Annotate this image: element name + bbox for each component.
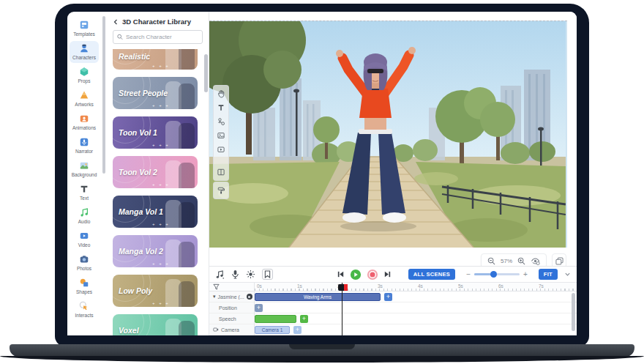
category-card-street-people[interactable]: Street People + + + xyxy=(113,77,198,109)
text-tool[interactable] xyxy=(217,103,225,112)
clip-row-position: + xyxy=(255,302,577,313)
sidebar-item-templates[interactable]: Templates xyxy=(70,18,99,40)
sidebar-item-interacts[interactable]: Interacts xyxy=(70,299,99,321)
filter-icon xyxy=(213,283,220,290)
ruler-tick: 6s xyxy=(498,283,503,289)
track-row-speech[interactable]: Speech xyxy=(209,313,254,324)
sidebar-item-label: Animations xyxy=(72,125,96,130)
pan-hand-tool[interactable] xyxy=(217,89,225,98)
bookmark-tool[interactable] xyxy=(262,269,273,280)
sidebar-item-text[interactable]: Text xyxy=(70,182,99,204)
sidebar-item-audio[interactable]: Audio xyxy=(70,205,99,227)
category-card-voxel[interactable]: Voxel + + + xyxy=(113,314,198,335)
record-voice-icon[interactable] xyxy=(231,270,239,279)
search-box[interactable] xyxy=(113,30,203,44)
scene-stage[interactable] xyxy=(209,21,567,248)
category-label: Street People xyxy=(119,89,168,97)
category-label: Realistic xyxy=(119,52,150,61)
camera-clip[interactable]: Camera 1 xyxy=(255,326,290,334)
sidebar-item-narrator[interactable]: Narrator xyxy=(70,135,99,157)
category-card-manga-vol-1[interactable]: Manga Vol 1 + + + xyxy=(113,196,198,228)
preview-eye-icon[interactable] xyxy=(531,257,540,265)
slider-minus[interactable]: − xyxy=(466,271,471,278)
add-camera-button[interactable]: + xyxy=(293,326,302,334)
collapse-track-icon[interactable]: ▾ xyxy=(213,294,216,300)
record-button[interactable] xyxy=(367,269,378,281)
timeline-scrollbar[interactable] xyxy=(572,293,575,331)
timeline-body: ▾ Jasmine (... Position Speech xyxy=(209,283,577,335)
play-button[interactable] xyxy=(350,269,362,281)
skip-start-icon[interactable] xyxy=(337,270,345,278)
laptop-base-shadow xyxy=(0,356,644,363)
add-speech-button[interactable]: + xyxy=(300,315,308,323)
character-pose-tool[interactable] xyxy=(217,117,225,126)
sidebar-item-label: Props xyxy=(78,78,91,83)
add-music-icon[interactable] xyxy=(215,270,225,279)
bookmark-icon xyxy=(264,270,271,278)
sidebar-item-label: Templates xyxy=(73,31,95,37)
sidebar-item-label: Interacts xyxy=(75,313,94,318)
category-card-realistic[interactable]: Realistic + + + xyxy=(113,49,198,70)
all-scenes-button[interactable]: ALL SCENES xyxy=(408,269,455,280)
sidebar-item-animations[interactable]: Animations xyxy=(70,111,99,133)
sidebar-item-label: Artworks xyxy=(75,102,93,107)
playhead-handle[interactable] xyxy=(338,284,344,291)
artworks-icon xyxy=(79,90,89,100)
sidebar-item-artworks[interactable]: Artworks xyxy=(70,88,99,110)
slider-track[interactable] xyxy=(474,273,520,275)
zoom-in-icon[interactable] xyxy=(517,257,525,265)
slider-handle[interactable] xyxy=(490,271,497,278)
camera-track-icon xyxy=(213,327,219,333)
zoom-out-icon[interactable] xyxy=(487,257,495,265)
track-name: Jasmine (... xyxy=(218,294,244,300)
category-card-low-poly[interactable]: Low Poly + + + xyxy=(113,275,198,307)
track-row-camera[interactable]: Camera xyxy=(209,324,254,335)
transport-controls xyxy=(337,269,392,281)
speech-clip[interactable] xyxy=(255,315,296,323)
category-label: Toon Vol 1 xyxy=(119,128,157,137)
sidebar-item-background[interactable]: Background xyxy=(70,158,99,180)
image-tool[interactable] xyxy=(217,131,225,140)
sidebar-item-video[interactable]: Video xyxy=(70,229,99,250)
slider-plus[interactable]: + xyxy=(523,271,528,278)
clip-row-speech: + xyxy=(255,313,577,324)
add-animation-button[interactable]: + xyxy=(384,293,392,301)
track-name: Position xyxy=(209,305,237,311)
search-input[interactable] xyxy=(126,34,198,40)
track-name: Speech xyxy=(209,316,236,322)
collapse-timeline-icon[interactable] xyxy=(564,271,571,278)
track-filter[interactable] xyxy=(209,283,254,291)
card-figure xyxy=(179,202,195,228)
sidebar-item-props[interactable]: Props xyxy=(70,64,99,86)
sparkle-decor: + + + xyxy=(152,302,170,305)
category-card-toon-vol-2[interactable]: Toon Vol 2 + + + xyxy=(113,156,198,188)
card-figure xyxy=(179,83,195,109)
category-card-manga-vol-2[interactable]: Manga Vol 2 + + + xyxy=(113,235,198,267)
sidebar-item-label: Audio xyxy=(78,219,91,224)
back-icon[interactable] xyxy=(113,19,119,25)
video-tool[interactable] xyxy=(217,145,225,154)
sidebar-item-photos[interactable]: Photos xyxy=(70,252,99,274)
split-layout-tool[interactable] xyxy=(217,168,225,177)
add-position-keyframe-button[interactable]: + xyxy=(255,304,263,312)
track-camera-icon[interactable] xyxy=(247,294,252,300)
sparkle-decor: + + + xyxy=(152,104,170,108)
fit-button[interactable]: FIT xyxy=(539,269,558,280)
interacts-icon xyxy=(79,301,89,311)
track-content: 0s 1s 2s 3s 4s 5s 6s 7s Waving Arms + xyxy=(255,283,577,335)
timeline-ruler[interactable]: 0s 1s 2s 3s 4s 5s 6s 7s xyxy=(255,283,577,291)
track-row-position[interactable]: Position xyxy=(209,302,254,313)
sidebar-item-characters[interactable]: Characters xyxy=(70,41,99,63)
animation-clip-waving-arms[interactable]: Waving Arms xyxy=(255,293,381,301)
category-card-toon-vol-1[interactable]: Toon Vol 1 + + + xyxy=(113,116,198,149)
skip-end-icon[interactable] xyxy=(383,270,392,278)
sidebar-scrollbar[interactable] xyxy=(102,16,105,174)
paint-roller-tool[interactable] xyxy=(217,186,225,195)
track-row-jasmine[interactable]: ▾ Jasmine (... xyxy=(209,291,254,302)
sidebar-item-label: Video xyxy=(78,242,91,248)
panel-scrollbar[interactable] xyxy=(204,54,208,92)
effects-icon[interactable] xyxy=(246,270,255,279)
sidebar-item-shapes[interactable]: Shapes xyxy=(70,275,99,297)
animations-icon xyxy=(79,114,89,124)
ruler-tick: 3s xyxy=(378,283,383,289)
